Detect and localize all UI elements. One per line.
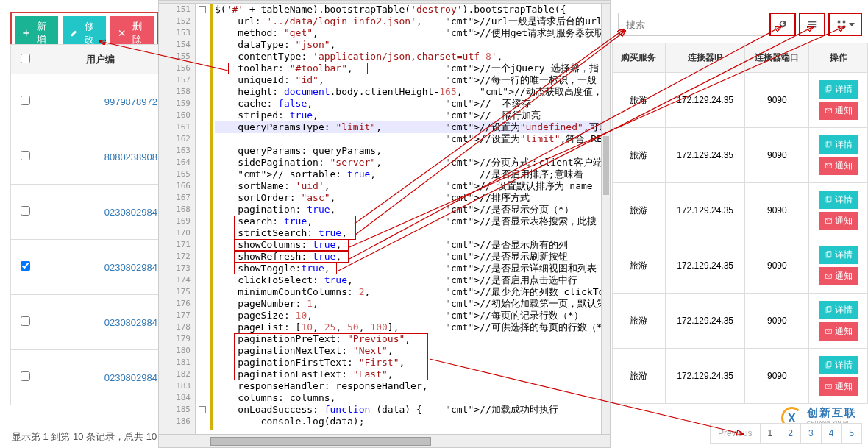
row-checkbox[interactable] (21, 316, 30, 326)
copy-icon (825, 361, 833, 369)
pager-prev[interactable]: Previous (710, 423, 761, 444)
list-icon (807, 19, 817, 29)
vscroll-thumb[interactable] (603, 136, 609, 195)
vertical-scrollbar[interactable] (601, 4, 610, 434)
hscroll-thumb[interactable] (210, 437, 431, 446)
del-label: 删除 (128, 20, 146, 46)
cell-port: 9090 (745, 349, 809, 404)
line-gutter: 151 152 153 154 155 156 157 158 159 160 … (159, 4, 196, 434)
notify-button[interactable]: 通知 (819, 212, 858, 230)
table-row[interactable]: 0230802984 (11, 185, 161, 240)
svg-rect-0 (808, 21, 817, 23)
code-editor[interactable]: 151 152 153 154 155 156 157 158 159 160 … (158, 0, 611, 448)
user-id-link[interactable]: 9979878972 (104, 96, 157, 107)
cell-service: 旅游 (613, 349, 666, 404)
pencil-icon (70, 29, 78, 38)
row-checkbox[interactable] (21, 371, 30, 381)
table-row[interactable]: 0230802984 (11, 240, 161, 295)
user-id-link[interactable]: 0230802984 (104, 372, 157, 383)
copy-icon (825, 141, 833, 149)
cell-ip: 172.129.24.35 (665, 128, 744, 183)
col-port[interactable]: 连接器端口 (745, 43, 809, 73)
pagination-info: 显示第 1 到第 10 条记录，总共 10 (12, 430, 157, 444)
row-checkbox[interactable] (21, 96, 30, 105)
notify-button[interactable]: 通知 (819, 267, 858, 285)
table-row[interactable]: 旅游 172.129.24.35 9090 详情 通知 (613, 349, 868, 404)
code-content[interactable]: $('#' + tableName).bootstrapTable('destr… (215, 4, 601, 434)
cell-ip: 172.129.24.35 (665, 294, 744, 349)
col-ops[interactable]: 操作 (809, 43, 868, 73)
cell-service: 旅游 (613, 238, 666, 294)
copy-icon (825, 251, 833, 259)
cell-ip: 172.129.24.35 (665, 238, 744, 294)
pager-page[interactable]: 4 (821, 423, 842, 444)
svg-rect-5 (837, 26, 840, 29)
pager-page[interactable]: 2 (780, 423, 801, 444)
svg-rect-4 (842, 21, 845, 24)
search-input[interactable] (618, 13, 766, 36)
pager-page[interactable]: 1 (760, 423, 781, 444)
mail-icon (825, 383, 833, 391)
notify-button[interactable]: 通知 (819, 377, 858, 396)
pager-page[interactable]: 3 (800, 423, 822, 444)
table-row[interactable]: 9979878972 (11, 74, 161, 129)
svg-rect-6 (842, 26, 845, 29)
detail-button[interactable]: 详情 (819, 246, 858, 264)
toggle-view-button[interactable] (799, 13, 825, 36)
user-id-link[interactable]: 8080238908 (104, 152, 157, 163)
change-marker (210, 4, 213, 430)
user-id-link[interactable]: 0230802984 (104, 317, 157, 328)
right-table: 购买服务 连接器IP 连接器端口 操作 旅游 172.129.24.35 909… (612, 43, 868, 404)
plus-icon (22, 29, 30, 38)
cell-ip: 172.129.24.35 (665, 183, 744, 238)
detail-button[interactable]: 详情 (819, 80, 858, 99)
detail-button[interactable]: 详情 (819, 356, 858, 374)
notify-button[interactable]: 通知 (819, 157, 858, 175)
pagination: Previous 1 2 3 4 5 (711, 423, 862, 444)
fold-marker[interactable]: − (199, 6, 206, 13)
table-row[interactable]: 0230802984 (11, 295, 161, 350)
table-row[interactable]: 旅游 172.129.24.35 9090 详情 通知 (613, 238, 868, 294)
table-row[interactable]: 旅游 172.129.24.35 9090 详情 通知 (613, 183, 868, 238)
user-id-link[interactable]: 0230802984 (104, 207, 157, 218)
horizontal-scrollbar[interactable] (159, 434, 610, 447)
refresh-button[interactable] (769, 13, 796, 36)
edit-label: 修改 (80, 20, 99, 46)
row-checkbox[interactable] (21, 151, 30, 160)
table-row[interactable]: 旅游 172.129.24.35 9090 详情 通知 (613, 73, 868, 128)
cell-ip: 172.129.24.35 (665, 73, 744, 128)
select-all-checkbox[interactable] (21, 54, 30, 63)
cell-service: 旅游 (613, 183, 666, 238)
cell-ip: 172.129.24.35 (665, 349, 744, 404)
col-user[interactable]: 用户编 (40, 45, 161, 74)
svg-rect-2 (808, 26, 817, 28)
table-row[interactable]: 旅游 172.129.24.35 9090 详情 通知 (613, 128, 868, 183)
x-icon (118, 29, 126, 38)
cell-port: 9090 (745, 183, 809, 238)
caret-down-icon (849, 23, 855, 26)
pager-page[interactable]: 5 (841, 423, 862, 444)
notify-button[interactable]: 通知 (819, 322, 858, 341)
user-id-link[interactable]: 0230802984 (104, 262, 157, 273)
detail-button[interactable]: 详情 (819, 301, 858, 319)
fold-marker[interactable]: − (199, 406, 206, 413)
refresh-icon (778, 19, 788, 29)
notify-button[interactable]: 通知 (819, 102, 858, 120)
col-service[interactable]: 购买服务 (613, 43, 666, 73)
copy-icon (825, 85, 833, 93)
row-checkbox[interactable] (21, 206, 30, 216)
table-row[interactable]: 0230802984 (11, 350, 161, 405)
mail-icon (825, 107, 833, 115)
table-row[interactable]: 旅游 172.129.24.35 9090 详情 通知 (613, 294, 868, 349)
cell-port: 9090 (745, 73, 809, 128)
right-toolbar (618, 12, 862, 37)
col-ip[interactable]: 连接器IP (665, 43, 744, 73)
row-checkbox[interactable] (21, 261, 30, 271)
fold-column[interactable]: − − (196, 4, 210, 434)
detail-button[interactable]: 详情 (819, 135, 858, 154)
columns-dropdown-button[interactable] (828, 13, 862, 36)
detail-button[interactable]: 详情 (819, 191, 858, 209)
cell-service: 旅游 (613, 73, 666, 128)
add-label: 新增 (32, 20, 51, 46)
table-row[interactable]: 8080238908 (11, 129, 161, 185)
